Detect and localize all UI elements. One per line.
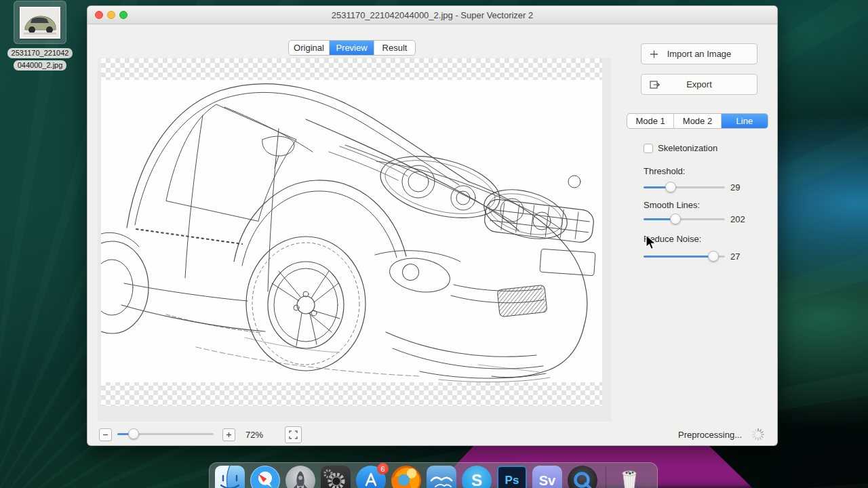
zoom-in-button[interactable]	[222, 428, 235, 441]
dock-quicktime-icon[interactable]	[568, 466, 597, 488]
smooth-lines-slider-thumb[interactable]	[670, 214, 681, 224]
zoom-level-value: 72%	[245, 430, 263, 440]
zoom-out-button[interactable]	[99, 428, 112, 441]
plus-icon	[650, 49, 658, 58]
tab-line[interactable]: Line	[722, 114, 768, 128]
view-tab-bar: Original Preview Result	[288, 40, 416, 56]
canvas-zoom-slider[interactable]	[117, 428, 214, 439]
fit-screen-button[interactable]	[285, 426, 302, 443]
tab-mode-2[interactable]: Mode 2	[674, 114, 721, 128]
mouse-cursor	[646, 235, 657, 253]
smooth-lines-slider[interactable]	[644, 214, 725, 224]
threshold-slider[interactable]	[644, 182, 725, 192]
dock-firefox-icon[interactable]	[391, 466, 421, 488]
dock-system-preferences-icon[interactable]	[321, 466, 351, 488]
reduce-noise-value: 27	[730, 251, 740, 262]
dock-openoffice-icon[interactable]	[427, 466, 456, 488]
dock-launchpad-icon[interactable]	[285, 466, 315, 488]
canvas-zoom-slider-thumb[interactable]	[128, 428, 139, 439]
dock-safari-icon[interactable]	[250, 466, 280, 488]
plus-icon	[226, 432, 232, 438]
status-message: Preprocessing...	[678, 430, 742, 440]
file-name-line1: 2531170_221042	[7, 48, 73, 58]
desktop-file-icon[interactable]: 2531170_221042 044000_2.jpg	[7, 1, 73, 70]
dock-app-store-icon[interactable]: 6	[356, 466, 386, 488]
titlebar[interactable]: 2531170_221042044000_2.jpg - Super Vecto…	[87, 6, 777, 24]
import-image-label: Import an Image	[642, 49, 757, 59]
canvas-transparency-checker[interactable]	[101, 58, 602, 406]
dock-photoshop-icon[interactable]: Ps	[497, 466, 527, 488]
super-vectorizer-window: 2531170_221042044000_2.jpg - Super Vecto…	[87, 5, 778, 446]
reduce-noise-slider-thumb[interactable]	[708, 251, 719, 262]
thumbnail-car-photo	[21, 8, 59, 37]
skype-letter: S	[462, 466, 492, 488]
export-button[interactable]: Export	[641, 74, 757, 95]
threshold-value: 29	[730, 182, 740, 192]
super-vectorizer-letters: Sv	[532, 466, 562, 488]
desktop: 2531170_221042 044000_2.jpg 2531170_2210…	[0, 0, 868, 488]
skeletonization-checkbox[interactable]	[644, 144, 653, 153]
tab-preview[interactable]: Preview	[330, 41, 374, 55]
dock: 6 S Ps Sv	[209, 462, 658, 488]
file-icon-selection	[14, 1, 66, 44]
dock-finder-icon[interactable]	[215, 466, 245, 488]
skeletonization-row: Skeletonization	[644, 143, 717, 153]
photoshop-letters: Ps	[497, 466, 527, 488]
smooth-lines-value: 202	[730, 214, 745, 224]
file-name-line2: 044000_2.jpg	[14, 60, 67, 70]
file-thumbnail-image	[20, 7, 60, 39]
smooth-lines-label: Smooth Lines:	[644, 200, 700, 210]
app-store-badge: 6	[377, 463, 389, 474]
window-title: 2531170_221042044000_2.jpg - Super Vecto…	[87, 10, 777, 20]
mode-tab-bar: Mode 1 Mode 2 Line	[627, 113, 768, 129]
car-line-art	[101, 80, 602, 382]
dock-separator	[606, 466, 606, 488]
skeletonization-label: Skeletonization	[658, 143, 717, 153]
threshold-label: Threshold:	[644, 166, 685, 176]
reduce-noise-slider-fill	[644, 256, 713, 258]
minus-icon	[102, 432, 108, 438]
dock-trash-icon[interactable]	[614, 466, 644, 488]
fullscreen-icon	[289, 430, 298, 439]
progress-spinner-icon	[751, 428, 765, 444]
import-image-button[interactable]: Import an Image	[641, 43, 757, 64]
tab-mode-1[interactable]: Mode 1	[627, 114, 674, 128]
canvas-backdrop	[98, 58, 611, 422]
threshold-slider-thumb[interactable]	[665, 182, 676, 192]
export-icon	[650, 80, 660, 89]
dock-super-vectorizer-icon[interactable]: Sv	[532, 466, 562, 488]
dock-skype-icon[interactable]: S	[462, 466, 492, 488]
tab-original[interactable]: Original	[289, 41, 330, 55]
tab-result[interactable]: Result	[374, 41, 415, 55]
